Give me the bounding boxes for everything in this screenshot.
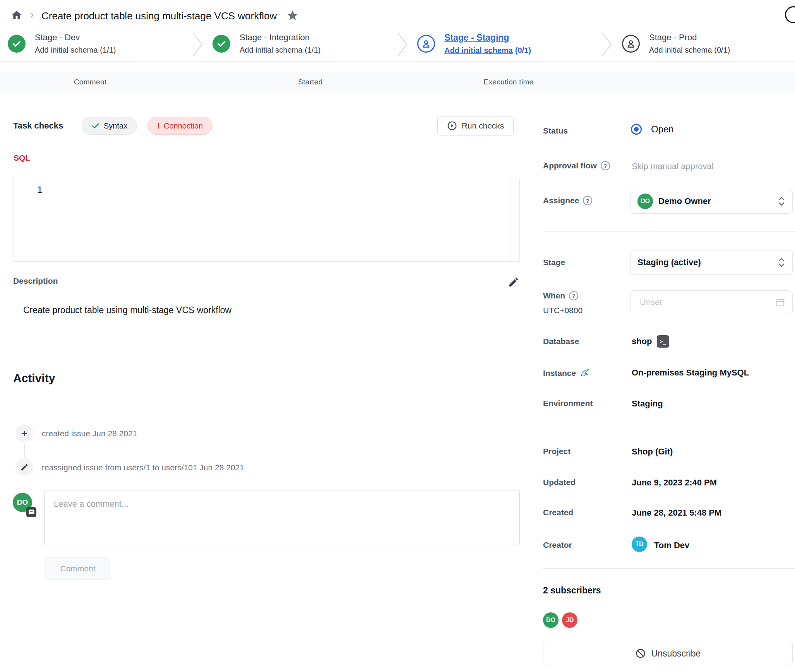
divider bbox=[532, 93, 532, 672]
play-circle-icon bbox=[447, 121, 457, 131]
editor-line-number: 1 bbox=[37, 185, 42, 195]
comment-input[interactable] bbox=[44, 490, 520, 545]
sql-editor[interactable]: 1 bbox=[14, 178, 520, 262]
avatar: TD bbox=[632, 537, 647, 552]
stage-item-integration[interactable]: Stage - Integration Add initial schema(1… bbox=[212, 33, 320, 55]
terminal-icon[interactable]: >_ bbox=[657, 335, 669, 348]
help-icon[interactable]: ? bbox=[601, 161, 610, 170]
divider bbox=[13, 405, 521, 405]
person-circle-icon bbox=[622, 35, 640, 53]
stage-title: Stage - Staging bbox=[444, 33, 531, 43]
stage-value: Staging (active) bbox=[637, 257, 772, 267]
created-label: Created bbox=[543, 508, 573, 517]
stage-subtitle: Add initial schema bbox=[444, 46, 513, 55]
divider bbox=[543, 568, 795, 569]
breadcrumb-chevron-icon: › bbox=[30, 9, 34, 21]
stage-subtitle: Add initial schema bbox=[649, 46, 712, 54]
subscribers-heading: 2 subscribers bbox=[543, 585, 601, 596]
editor-ruler bbox=[511, 178, 511, 261]
assignee-label: Assignee ? bbox=[543, 196, 592, 205]
stage-subtitle: Add initial schema bbox=[35, 46, 98, 54]
chat-bubble-icon bbox=[26, 507, 36, 517]
stage-separator-icon bbox=[397, 32, 408, 57]
when-datetime-input[interactable]: Unset bbox=[630, 290, 793, 314]
help-icon[interactable]: ? bbox=[583, 196, 592, 205]
stage-title: Stage - Dev bbox=[35, 33, 116, 43]
when-label: When ? bbox=[543, 291, 578, 300]
syntax-check-label: Syntax bbox=[104, 122, 127, 130]
database-value[interactable]: shop bbox=[632, 336, 652, 346]
person-circle-icon bbox=[417, 35, 435, 53]
check-icon bbox=[91, 122, 100, 130]
unsubscribe-button[interactable]: Unsubscribe bbox=[543, 642, 793, 665]
run-checks-label: Run checks bbox=[462, 121, 504, 130]
assignee-select[interactable]: DO Demo Owner bbox=[630, 189, 793, 214]
column-header-started: Started bbox=[298, 78, 322, 86]
environment-value: Staging bbox=[632, 399, 663, 409]
chevron-up-down-icon bbox=[778, 196, 785, 206]
no-entry-icon bbox=[635, 648, 646, 659]
stage-separator-icon bbox=[192, 32, 204, 57]
avatar: DO bbox=[543, 612, 559, 628]
mysql-dolphin-icon bbox=[580, 368, 591, 379]
edit-pencil-icon[interactable] bbox=[508, 276, 519, 288]
warning-icon: ! bbox=[157, 121, 160, 130]
stage-title: Stage - Integration bbox=[240, 33, 320, 43]
status-label: Status bbox=[543, 126, 568, 135]
divider bbox=[543, 231, 795, 231]
stage-title: Stage - Prod bbox=[649, 33, 730, 43]
creator-value: Tom Dev bbox=[654, 540, 689, 550]
status-radio[interactable] bbox=[631, 124, 642, 135]
created-value: June 28, 2021 5:48 PM bbox=[632, 508, 721, 518]
stage-subtitle: Add initial schema bbox=[240, 46, 302, 54]
divider bbox=[0, 61, 795, 62]
run-checks-button[interactable]: Run checks bbox=[437, 116, 514, 135]
check-circle-icon bbox=[8, 35, 26, 53]
activity-heading: Activity bbox=[13, 372, 55, 385]
check-circle-icon bbox=[212, 35, 230, 53]
approval-flow-value: Skip manual approval bbox=[632, 161, 714, 171]
database-label: Database bbox=[543, 337, 579, 346]
help-icon[interactable]: ? bbox=[569, 291, 578, 300]
when-timezone: UTC+0800 bbox=[543, 306, 583, 315]
when-placeholder: Unset bbox=[640, 297, 775, 307]
task-table-header: Comment Started Execution time bbox=[0, 71, 795, 93]
stage-item-prod[interactable]: Stage - Prod Add initial schema(0/1) bbox=[622, 33, 730, 55]
stage-label: Stage bbox=[543, 258, 565, 267]
connection-check-label: Connection bbox=[164, 122, 203, 130]
page-title: Create product table using multi-stage V… bbox=[41, 10, 277, 22]
stage-select[interactable]: Staging (active) bbox=[630, 250, 793, 275]
stage-item-staging[interactable]: Stage - Staging Add initial schema(0/1) bbox=[417, 33, 531, 55]
instance-label: Instance bbox=[543, 368, 591, 379]
divider bbox=[543, 429, 795, 429]
comment-button[interactable]: Comment bbox=[45, 557, 111, 580]
description-label: Description bbox=[13, 276, 58, 286]
plus-icon: + bbox=[15, 424, 33, 442]
description-text: Create product table using multi-stage V… bbox=[23, 305, 231, 315]
stage-count: (1/1) bbox=[305, 46, 320, 54]
column-header-comment: Comment bbox=[74, 78, 106, 86]
updated-value: June 9, 2023 2:40 PM bbox=[632, 478, 717, 488]
avatar: DO bbox=[637, 194, 653, 209]
column-header-execution-time: Execution time bbox=[484, 78, 534, 86]
project-value: Shop (Git) bbox=[632, 447, 673, 457]
project-label: Project bbox=[543, 447, 571, 456]
activity-event: reassigned issue from users/1 to users/1… bbox=[42, 463, 244, 472]
stage-separator-icon bbox=[601, 32, 613, 57]
assignee-value: Demo Owner bbox=[658, 196, 772, 206]
task-checks-label: Task checks bbox=[13, 121, 63, 131]
approval-flow-label: Approval flow ? bbox=[543, 161, 610, 170]
syntax-check-badge[interactable]: Syntax bbox=[82, 117, 137, 135]
connection-check-badge[interactable]: ! Connection bbox=[147, 117, 212, 135]
stage-item-dev[interactable]: Stage - Dev Add initial schema(1/1) bbox=[8, 33, 116, 55]
stage-count: (0/1) bbox=[515, 46, 531, 55]
avatar: JD bbox=[562, 612, 577, 628]
home-icon[interactable] bbox=[11, 9, 22, 21]
database-row: shop >_ bbox=[632, 335, 669, 348]
chevron-up-down-icon bbox=[778, 257, 785, 267]
help-circle-icon[interactable] bbox=[785, 6, 795, 23]
stage-count: (1/1) bbox=[100, 46, 116, 54]
unsubscribe-label: Unsubscribe bbox=[651, 648, 701, 659]
star-icon[interactable] bbox=[286, 9, 299, 22]
sql-section-label: SQL bbox=[14, 153, 30, 163]
